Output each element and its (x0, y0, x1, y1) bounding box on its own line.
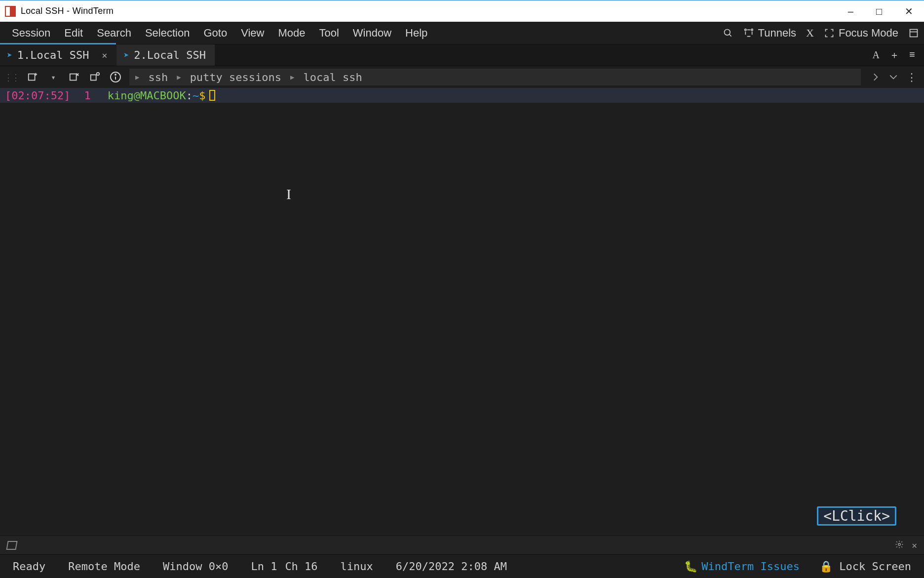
window-close-button[interactable]: ✕ (905, 6, 913, 16)
window-minimize-button[interactable]: – (848, 6, 853, 16)
lock-icon: 🔒 (819, 560, 833, 573)
menu-tool[interactable]: Tool (312, 27, 346, 40)
session-icon: ➤ (123, 50, 129, 60)
new-window-button[interactable] (26, 70, 39, 84)
tunnels-icon (743, 28, 754, 39)
svg-point-16 (115, 74, 116, 75)
terminal-pane[interactable]: [02:07:52] 1 king@MACBOOK : ~ $ I <LClic… (0, 88, 924, 536)
terminal-cursor (209, 90, 215, 101)
new-tab-button[interactable]: ＋ (889, 48, 899, 62)
focus-mode-icon (824, 28, 835, 39)
status-windterm-issues[interactable]: 🐛 WindTerm Issues (684, 560, 800, 573)
menu-mode[interactable]: Mode (271, 27, 312, 40)
close-window-button[interactable] (67, 70, 81, 84)
status-line: Ln 1 (251, 560, 277, 573)
timestamp: [02:07:52] (5, 89, 70, 102)
menu-window[interactable]: Window (346, 27, 398, 40)
menu-view[interactable]: View (234, 27, 271, 40)
tab-menu-icon[interactable]: ≡ (909, 49, 915, 61)
new-window-dropdown[interactable]: ▾ (46, 70, 60, 84)
svg-rect-4 (910, 29, 918, 37)
breadcrumb-sep-icon: ▶ (290, 73, 294, 81)
focus-mode-label: Focus Mode (839, 27, 898, 40)
status-remote-mode[interactable]: Remote Mode (68, 560, 140, 573)
info-icon[interactable] (109, 70, 122, 84)
breadcrumb-putty-sessions[interactable]: putty sessions (190, 71, 281, 83)
menu-edit[interactable]: Edit (57, 27, 90, 40)
breadcrumb-sep-icon: ▶ (177, 73, 181, 81)
settings-gear-icon[interactable] (895, 540, 904, 551)
issues-label: WindTerm Issues (701, 560, 800, 573)
text-cursor-icon: I (286, 186, 291, 203)
toolbar: ⋮⋮ ▾ ▶ ssh ▶ putty sessions ▶ local ssh (0, 66, 924, 88)
status-lock-screen[interactable]: 🔒 Lock Screen (819, 560, 911, 573)
line-number: 1 (84, 89, 90, 102)
breadcrumb-sep-icon: ▶ (135, 73, 139, 81)
x-tool-icon[interactable]: X (806, 27, 814, 40)
prompt-colon: : (186, 89, 192, 102)
svg-rect-6 (29, 74, 35, 81)
window-maximize-button[interactable]: □ (876, 6, 882, 16)
svg-point-0 (724, 29, 730, 35)
svg-rect-9 (70, 74, 77, 81)
drag-grip-icon[interactable]: ⋮⋮ (4, 72, 19, 83)
prompt-user-host: king@MACBOOK (108, 89, 186, 102)
prompt-cwd: ~ (192, 89, 199, 102)
breadcrumb-next-icon[interactable] (871, 72, 881, 82)
lclick-overlay: <LClick> (817, 506, 896, 526)
menubar: Session Edit Search Selection Goto View … (0, 22, 924, 44)
tab-local-ssh-2[interactable]: ➤ 2.Local SSH (116, 44, 215, 66)
session-icon: ➤ (7, 50, 12, 60)
bottom-panel-handle[interactable]: ✕ (0, 536, 924, 554)
font-size-button[interactable]: A (873, 49, 880, 61)
status-char: Ch 16 (285, 560, 317, 573)
search-icon[interactable] (723, 28, 733, 39)
breadcrumb-more-icon[interactable]: ⋮ (906, 71, 917, 83)
statusbar: Ready Remote Mode Window 0×0 Ln 1 Ch 16 … (0, 554, 924, 578)
panel-icon (6, 541, 17, 550)
svg-point-3 (751, 29, 753, 30)
window-title: Local SSH - WindTerm (21, 6, 114, 16)
tab-close-icon[interactable]: ✕ (102, 50, 108, 60)
status-window-size: Window 0×0 (163, 560, 228, 573)
bug-icon: 🐛 (684, 560, 697, 573)
breadcrumb-bar[interactable]: ▶ ssh ▶ putty sessions ▶ local ssh (129, 69, 861, 85)
svg-line-1 (729, 34, 731, 36)
prompt-symbol: $ (199, 89, 205, 102)
tunnels-label: Tunnels (758, 27, 796, 40)
panel-toggle-icon[interactable] (908, 28, 919, 39)
status-datetime: 6/20/2022 2:08 AM (396, 560, 507, 573)
focus-mode-button[interactable]: Focus Mode (824, 27, 898, 40)
window-titlebar: Local SSH - WindTerm – □ ✕ (0, 0, 924, 22)
menu-help[interactable]: Help (398, 27, 434, 40)
menu-selection[interactable]: Selection (138, 27, 197, 40)
tunnels-button[interactable]: Tunnels (743, 27, 796, 40)
menu-search[interactable]: Search (90, 27, 138, 40)
tab-label: 2.Local SSH (134, 49, 206, 61)
duplicate-window-button[interactable] (88, 70, 102, 84)
status-ready: Ready (13, 560, 45, 573)
breadcrumb-dropdown-icon[interactable] (888, 72, 898, 82)
breadcrumb-ssh[interactable]: ssh (148, 71, 168, 83)
menu-goto[interactable]: Goto (196, 27, 234, 40)
tab-local-ssh-1[interactable]: ➤ 1.Local SSH ✕ (0, 44, 116, 66)
svg-rect-12 (91, 75, 96, 80)
menu-session[interactable]: Session (5, 27, 57, 40)
breadcrumb-local-ssh[interactable]: local ssh (304, 71, 362, 83)
svg-point-13 (97, 73, 100, 76)
status-os: linux (341, 560, 373, 573)
app-icon (5, 6, 16, 17)
close-panel-icon[interactable]: ✕ (912, 540, 917, 551)
svg-point-2 (744, 29, 746, 30)
lock-label: Lock Screen (839, 560, 911, 573)
tabstrip: ➤ 1.Local SSH ✕ ➤ 2.Local SSH A ＋ ≡ (0, 44, 924, 66)
svg-point-17 (898, 543, 901, 545)
terminal-line: [02:07:52] 1 king@MACBOOK : ~ $ (0, 88, 924, 103)
tab-label: 1.Local SSH (17, 49, 89, 61)
